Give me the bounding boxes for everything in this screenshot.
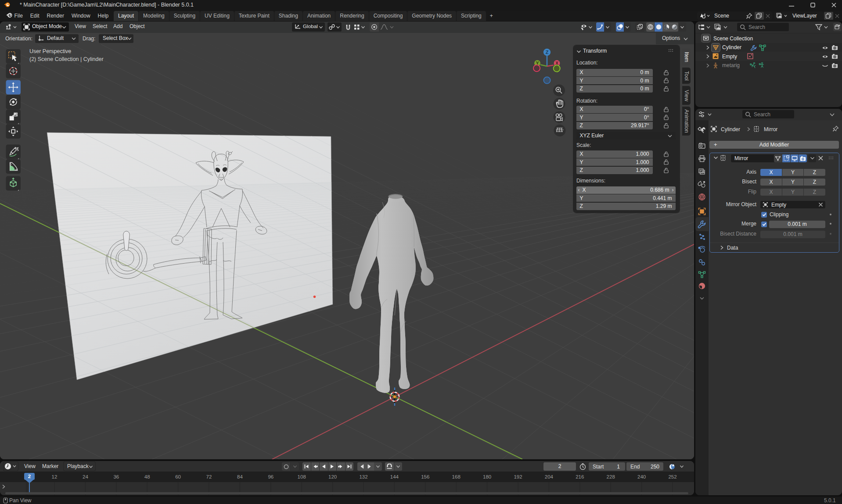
- svg-text:72: 72: [206, 474, 212, 479]
- svg-text:192: 192: [514, 474, 522, 479]
- svg-text:24: 24: [83, 474, 88, 479]
- svg-text:204: 204: [545, 474, 554, 479]
- svg-text:132: 132: [359, 474, 367, 479]
- svg-text:User Perspective: User Perspective: [29, 48, 71, 54]
- svg-text:96: 96: [268, 474, 273, 479]
- svg-text:180: 180: [483, 474, 491, 479]
- svg-text:252: 252: [668, 474, 676, 479]
- svg-text:(2) Scene Collection | Cylinde: (2) Scene Collection | Cylinder: [29, 56, 104, 62]
- svg-text:Z: Z: [546, 50, 549, 55]
- svg-text:228: 228: [607, 474, 615, 479]
- svg-text:120: 120: [328, 474, 337, 479]
- svg-text:240: 240: [637, 474, 646, 479]
- svg-text:216: 216: [576, 474, 584, 479]
- svg-text:12: 12: [52, 474, 58, 479]
- svg-text:168: 168: [452, 474, 461, 479]
- svg-text:156: 156: [421, 474, 429, 479]
- svg-text:144: 144: [390, 474, 399, 479]
- svg-text:36: 36: [113, 474, 119, 479]
- svg-text:108: 108: [298, 474, 306, 479]
- svg-text:48: 48: [144, 474, 150, 479]
- svg-text:60: 60: [175, 474, 181, 479]
- svg-text:84: 84: [237, 474, 243, 479]
